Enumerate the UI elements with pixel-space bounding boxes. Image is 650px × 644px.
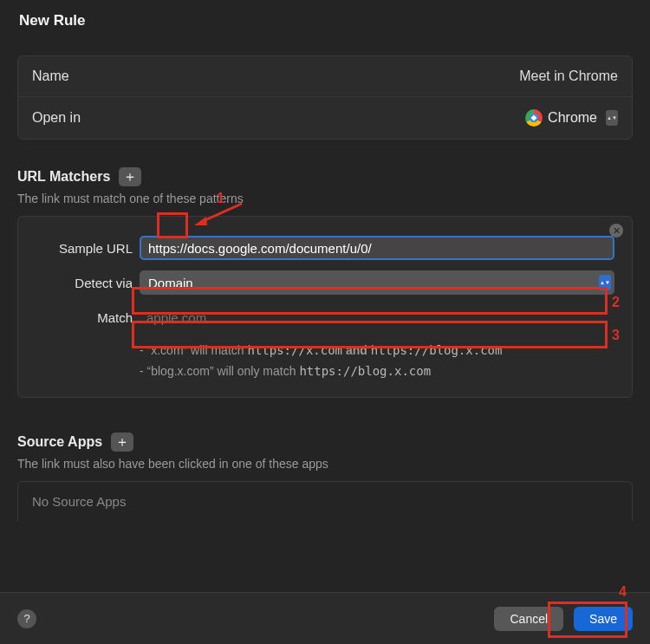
chevron-updown-icon: ▲▼ — [599, 275, 611, 290]
sample-url-input[interactable] — [140, 236, 614, 260]
match-input[interactable] — [140, 305, 614, 329]
open-in-select[interactable]: Chrome ▲▼ — [525, 109, 618, 127]
url-matchers-title: URL Matchers — [17, 169, 110, 185]
matcher-card: ✕ Sample URL Detect via Domain ▲▼ Match … — [17, 216, 633, 398]
source-apps-section: Source Apps ＋ The link must also have be… — [17, 433, 633, 471]
url-matchers-subtitle: The link must match one of these pattern… — [17, 192, 633, 205]
name-label: Name — [32, 68, 69, 84]
open-in-label: Open in — [32, 110, 81, 126]
annotation-number-2: 2 — [612, 295, 620, 310]
source-apps-subtitle: The link must also have been clicked in … — [17, 457, 633, 471]
add-matcher-button[interactable]: ＋ — [119, 167, 141, 186]
name-value[interactable]: Meet in Chrome — [519, 68, 618, 84]
chrome-icon — [525, 109, 543, 127]
name-row: Name Meet in Chrome — [18, 56, 632, 97]
source-apps-title: Source Apps — [17, 434, 102, 450]
annotation-number-3: 3 — [612, 328, 620, 343]
detect-via-select[interactable]: Domain ▲▼ — [140, 270, 614, 295]
hint-line: - “blog.x.com” will only match https://b… — [140, 361, 614, 381]
dialog-title: New Rule — [0, 0, 650, 55]
sample-url-label: Sample URL — [36, 241, 133, 256]
match-label: Match — [36, 310, 133, 325]
cancel-button[interactable]: Cancel — [494, 607, 563, 631]
annotation-number-1: 1 — [217, 191, 224, 206]
save-button[interactable]: Save — [574, 607, 633, 631]
open-in-value-text: Chrome — [548, 110, 597, 126]
remove-matcher-button[interactable]: ✕ — [609, 224, 623, 237]
detect-via-label: Detect via — [36, 276, 133, 290]
detect-via-value: Domain — [148, 276, 193, 290]
chevron-updown-icon: ▲▼ — [606, 110, 618, 126]
source-apps-empty: No Source Apps — [17, 481, 633, 521]
url-matchers-section: URL Matchers ＋ The link must match one o… — [17, 167, 633, 205]
add-source-app-button[interactable]: ＋ — [111, 433, 133, 452]
footer: ? Cancel Save — [0, 592, 650, 644]
match-hints: - “x.com” will match https://x.com and h… — [140, 340, 614, 381]
hint-line: - “x.com” will match https://x.com and h… — [140, 340, 614, 361]
help-button[interactable]: ? — [17, 609, 36, 628]
open-in-row: Open in Chrome ▲▼ — [18, 97, 632, 139]
basics-card: Name Meet in Chrome Open in Chrome ▲▼ — [17, 55, 633, 140]
annotation-number-4: 4 — [619, 584, 627, 600]
